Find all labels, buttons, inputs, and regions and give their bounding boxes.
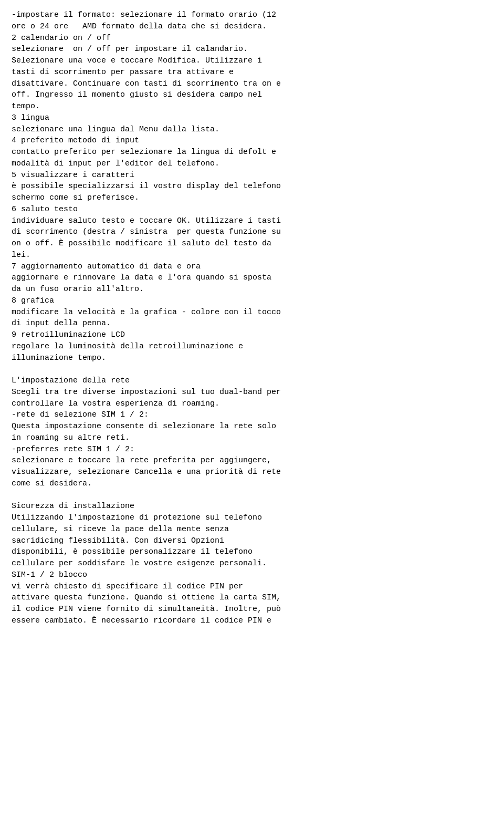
body-text: -impostare il formato: selezionare il fo… (12, 9, 492, 627)
main-content: -impostare il formato: selezionare il fo… (12, 9, 492, 627)
